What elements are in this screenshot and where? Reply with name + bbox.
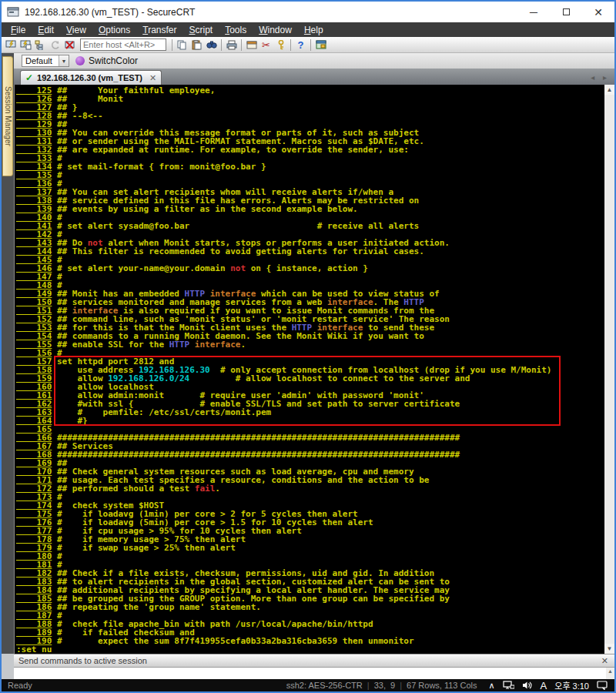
- status-cursor-position: 33, 9: [374, 681, 396, 690]
- ime-indicator[interactable]: A: [541, 680, 547, 691]
- terminal-line: 144 ## This filter is recommended to avo…: [16, 247, 604, 256]
- scroll-up-icon[interactable]: ▲: [604, 85, 614, 95]
- chevron-down-icon: ▼: [59, 55, 69, 66]
- switchcolor-label: SwitchColor: [89, 55, 138, 66]
- menu-item-file[interactable]: File: [5, 23, 32, 37]
- status-terminal-size: 67 Rows, 113 Cols: [407, 681, 477, 690]
- send-commands-label: Send commands to active session: [18, 656, 147, 665]
- menu-item-edit[interactable]: Edit: [32, 23, 60, 37]
- chat-window-icon[interactable]: [313, 38, 328, 52]
- terminal-scrollbar[interactable]: ▲ ▼: [604, 85, 614, 654]
- toolbar-separator: [172, 39, 172, 51]
- terminal-line: 180 #: [16, 552, 604, 561]
- terminal-line: 155 ## enable SSL for the HTTP interface…: [16, 340, 604, 349]
- tray-expand-icon[interactable]: ∧: [489, 681, 495, 691]
- paste-icon[interactable]: [189, 38, 204, 52]
- tab-close-icon[interactable]: ✕: [149, 73, 156, 83]
- sidebar: Session Manager: [2, 53, 14, 654]
- firewall-dropdown-value: Default: [22, 56, 59, 65]
- terminal-line: 179 # if swap usage > 25% then alert: [16, 544, 604, 552]
- status-ready: Ready: [8, 681, 32, 690]
- window-title: 192.168.126.30 (vm_TEST) - SecureCRT: [25, 7, 195, 18]
- terminal-line: 172 ## performed should a test fail.: [16, 484, 604, 493]
- switchcolor-icon: [75, 56, 85, 65]
- vim-command-line: :set nu: [16, 645, 604, 654]
- menu-bar: FileEditViewOptionsTransferScriptToolsWi…: [2, 22, 614, 37]
- help-icon[interactable]: ?: [293, 38, 308, 52]
- terminal-line: 128 ## --8<--: [16, 112, 604, 120]
- agent-key-icon[interactable]: [273, 38, 288, 52]
- terminal-line: 139 ## events by using a filter as in th…: [16, 205, 604, 213]
- clock[interactable]: 오후 3:10: [554, 679, 589, 691]
- disconnect-icon[interactable]: [62, 38, 77, 52]
- toolbar: ✂ ?: [2, 37, 614, 53]
- switchcolor-button[interactable]: SwitchColor: [75, 55, 138, 66]
- menu-item-transfer[interactable]: Transfer: [136, 23, 182, 37]
- terminal-line: 141 # set alert sysadm@foo.bar # receive…: [16, 222, 604, 230]
- terminal-line: 146 # set alert your-name@your.domain no…: [16, 264, 604, 273]
- send-input-scrollbar[interactable]: ▲: [606, 668, 614, 679]
- menu-item-options[interactable]: Options: [92, 23, 136, 37]
- tab-scroll-left-icon[interactable]: ◂: [588, 73, 598, 82]
- title-bar: 192.168.126.30 (vm_TEST) - SecureCRT ─ ✕: [2, 2, 614, 22]
- app-icon: [7, 7, 19, 18]
- menu-item-window[interactable]: Window: [253, 23, 298, 37]
- minimize-button[interactable]: ─: [517, 2, 550, 22]
- menu-item-view[interactable]: View: [60, 23, 92, 37]
- tab-scroll-right-icon[interactable]: ▸: [600, 73, 610, 82]
- terminal-line: 132 ## are expanded at runtime. For exam…: [16, 146, 604, 154]
- status-encryption: ssh2: AES-256-CTR: [286, 681, 363, 690]
- firewall-dropdown[interactable]: Default ▼: [22, 55, 69, 67]
- close-button[interactable]: ✕: [582, 2, 614, 22]
- system-tray: ∧ A 오후 3:10: [485, 679, 611, 691]
- send-commands-bar: Send commands to active session ✕: [14, 654, 614, 668]
- send-commands-close-icon[interactable]: ✕: [601, 656, 608, 666]
- terminal-line: 127 ## }: [16, 103, 604, 112]
- reconnect-icon: [48, 38, 62, 52]
- maximize-button[interactable]: [550, 2, 582, 22]
- copy-icon[interactable]: [175, 38, 189, 52]
- volume-icon[interactable]: [522, 681, 533, 690]
- keymap-editor-icon[interactable]: ✂: [259, 38, 273, 52]
- tab-bar: ✓ 192.168.126.30 (vm_TEST) ✕ ◂ ▸: [14, 69, 614, 85]
- tab-label: 192.168.126.30 (vm_TEST): [37, 73, 142, 82]
- notification-icon[interactable]: [597, 681, 608, 690]
- network-icon[interactable]: [503, 681, 514, 690]
- find-icon[interactable]: [204, 38, 219, 52]
- toolbar-separator: [310, 39, 311, 51]
- toolbar-separator: [290, 39, 291, 51]
- terminal-screen[interactable]: 125 ## Your faithful employee, 126 ## Mo…: [14, 85, 614, 654]
- terminal-lines: 125 ## Your faithful employee, 126 ## Mo…: [15, 85, 604, 654]
- connect-in-tab-icon[interactable]: [18, 38, 33, 52]
- menu-item-tools[interactable]: Tools: [219, 23, 253, 37]
- terminal-line: 186 ## repeating the 'group name' statem…: [16, 603, 604, 611]
- session-options-icon[interactable]: [244, 38, 259, 52]
- scroll-down-icon[interactable]: ▼: [604, 644, 614, 654]
- session-manager-tab[interactable]: Session Manager: [2, 56, 13, 176]
- host-input[interactable]: [80, 38, 166, 51]
- terminal-line: 168 ####################################…: [16, 450, 604, 459]
- print-icon[interactable]: [224, 38, 239, 52]
- terminal-line: 147 #: [16, 273, 604, 281]
- send-commands-input[interactable]: ▲: [14, 668, 614, 679]
- toolbar-separator: [241, 39, 242, 51]
- toolbar-separator: [221, 39, 222, 51]
- terminal-line: 164 #}: [16, 417, 604, 425]
- status-bar: Ready ssh2: AES-256-CTR | 33, 9 | 67 Row…: [2, 679, 614, 691]
- terminal-line: 135 #: [16, 171, 604, 179]
- securecrt-window: 192.168.126.30 (vm_TEST) - SecureCRT ─ ✕…: [0, 0, 616, 693]
- menu-item-script[interactable]: Script: [183, 23, 219, 37]
- quick-connect-icon[interactable]: [4, 38, 18, 52]
- connected-check-icon: ✓: [25, 72, 33, 83]
- session-manager-toggle-icon[interactable]: [33, 38, 48, 52]
- session-tab-active[interactable]: ✓ 192.168.126.30 (vm_TEST) ✕: [20, 70, 162, 85]
- terminal-line: 134 # set mail-format { from: monit@foo.…: [16, 162, 604, 171]
- menu-item-help[interactable]: Help: [298, 23, 330, 37]
- terminal-line: 163 # pemfile: /etc/ssl/certs/monit.pem: [16, 408, 604, 417]
- terminal-line: 190 # expect the sum 8f7f419955cefa0b33a…: [16, 637, 604, 645]
- session-toolbar: Default ▼ SwitchColor: [14, 53, 614, 69]
- session-manager-label: Session Manager: [4, 86, 12, 146]
- terminal-line: 126 ## Monit: [16, 95, 604, 103]
